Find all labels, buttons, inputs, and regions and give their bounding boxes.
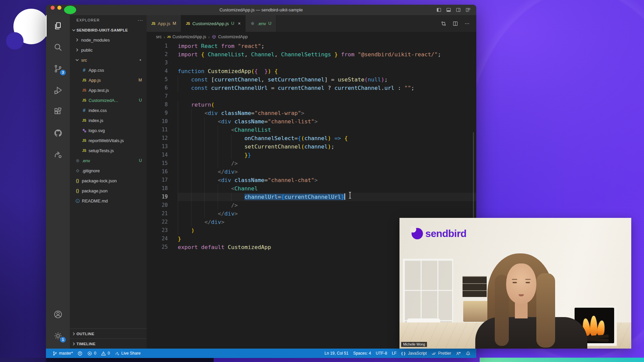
status-item-publish-sync[interactable] [75,349,85,358]
search-icon[interactable] [46,37,70,58]
code-line-3[interactable]: 3 [147,59,476,67]
file-tree-item-app-test-js[interactable]: JSApp.test.js [70,85,147,95]
code-line-6[interactable]: 6const currentChannelUrl = currentChanne… [147,84,476,92]
file-tree-item-index-js[interactable]: JSindex.js [70,115,147,125]
sidebar-panel-outline[interactable]: OUTLINE [70,328,147,339]
breadcrumb-item-src[interactable]: src [156,35,162,39]
status-item-javascript[interactable]: { }JavaScript [399,351,429,356]
code-line-4[interactable]: 4function CustomizedApp({ }) { [147,67,476,75]
file-tree-item-public[interactable]: public [70,45,147,55]
code-line-10[interactable]: 10<div className="channel-list"> [147,117,476,126]
status-item-0[interactable]: 0 [85,349,99,358]
code-line-11[interactable]: 11<ChannelList [147,126,476,134]
files-icon[interactable] [46,15,70,37]
account-icon[interactable] [46,304,70,325]
line-number: 8 [147,101,168,109]
tab--env[interactable]: .envU [246,15,276,32]
code-line-15[interactable]: 15/> [147,159,476,168]
code-line-2[interactable]: 2import { ChannelList, Channel, ChannelS… [147,50,476,59]
code-line-13[interactable]: 13setCurrentChannel(channel); [147,142,476,151]
code-line-17[interactable]: 17<div className="channel-chat"> [147,176,476,184]
code-line-9[interactable]: 9<div className="channel-wrap"> [147,109,476,117]
close-tab-icon[interactable]: × [238,21,240,26]
line-content: </div> [178,209,476,218]
file-tree-item-src[interactable]: src• [70,55,147,65]
layout-sidebar-right-icon[interactable] [455,7,461,13]
extensions-icon[interactable] [46,101,70,122]
code-line-20[interactable]: 20/> [147,201,476,209]
status-item-prettier[interactable]: Prettier [429,351,453,356]
tab-app-js[interactable]: JSApp.jsM [147,15,181,32]
settings-gear-icon[interactable]: 1 [46,325,70,347]
workspace-root-folder[interactable]: SENDBIRD-UIKIT-SAMPLE [70,25,147,35]
file-label: .env [82,158,90,163]
code-token: = [268,85,278,91]
file-tree-item-package-lock-json[interactable]: {}package-lock.json [70,176,147,186]
zoom-window-button[interactable] [64,6,76,14]
breadcrumb-item-customizedapp[interactable]: CustomizedApp [212,35,248,39]
code-line-12[interactable]: 12onChannelSelect={(channel) => { [147,134,476,142]
split-editor-icon[interactable] [452,20,459,27]
file-tree-item-package-json[interactable]: {}package.json [70,186,147,196]
file-tree-item-node-modules[interactable]: node_modules [70,35,147,45]
tab-customizedapp-js[interactable]: JSCustomizedApp.jsU× [181,15,246,32]
code-token: setCurrentChannel [245,143,301,150]
github-icon[interactable] [46,122,70,144]
layout-panel-bottom-icon[interactable] [446,7,451,13]
live-share-icon[interactable] [46,144,70,165]
file-tree-item-logo-svg[interactable]: logo.svg [70,125,147,135]
file-tree-item-index-css[interactable]: #index.css [70,105,147,115]
code-line-7[interactable]: 7 [147,92,476,101]
status-item-bell[interactable] [463,351,473,356]
file-tree-item-customizeda-[interactable]: JSCustomizedA...U [70,95,147,105]
code-line-1[interactable]: 1import React from "react"; [147,42,476,50]
indent-guide [204,209,218,218]
file-tree-item--gitignore[interactable]: .gitignore [70,166,147,176]
file-tree-item-setuptests-js[interactable]: JSsetupTests.js [70,145,147,156]
file-tree-item-app-css[interactable]: #App.css [70,65,147,75]
file-label: .gitignore [82,168,100,173]
more-actions-icon[interactable] [464,20,470,27]
line-number: 10 [147,117,168,126]
status-item-0[interactable]: 0 [99,349,112,358]
title-bar[interactable]: CustomizedApp.js — sendbird-uikit-sample [46,5,476,15]
code-line-5[interactable]: 5const [currentChannel, setCurrentChanne… [147,75,476,84]
close-window-button[interactable] [51,6,55,10]
layout-sidebar-left-icon[interactable] [436,7,442,13]
compare-changes-icon[interactable] [440,20,447,27]
run-debug-icon[interactable] [46,79,70,101]
indent-guide [178,84,191,92]
indent-guide [178,134,191,142]
file-tree-item-reportwebvitals-js[interactable]: JSreportWebVitals.js [70,135,147,145]
person-eyebrow [525,279,531,280]
code-token: = [264,177,268,183]
sidebar-panel-timeline[interactable]: TIMELINE [70,339,147,349]
chevron-right-icon [71,341,76,347]
code-token: { } [255,68,268,74]
indent-guide [231,142,245,151]
code-line-14[interactable]: 14}} [147,151,476,159]
status-item-spaces-4[interactable]: Spaces: 4 [351,351,373,356]
code-line-16[interactable]: 16</div> [147,168,476,176]
status-item-utf-8[interactable]: UTF-8 [373,351,389,356]
status-item-lf[interactable]: LF [389,351,399,356]
file-tree-item-app-js[interactable]: JSApp.jsM [70,75,147,85]
status-item-live-share[interactable]: Live Share [112,349,143,358]
explorer-more-actions-icon[interactable]: ··· [138,17,143,23]
status-item-feedback[interactable] [453,351,463,356]
code-line-19[interactable]: 19channelUrl={currentChannelUrl} [147,193,476,201]
gear-file-icon [250,21,255,26]
layout-customize-icon[interactable] [465,7,471,13]
status-item-ln-19-col-51[interactable]: Ln 19, Col 51 [322,351,351,356]
minimize-window-button[interactable] [57,6,61,10]
indent-guide [231,151,245,159]
source-control-icon[interactable]: 3 [46,58,70,79]
indent-guide [178,226,191,235]
code-line-21[interactable]: 21</div> [147,209,476,218]
file-tree-item--env[interactable]: .envU [70,156,147,166]
code-line-18[interactable]: 18<Channel [147,184,476,193]
file-tree-item-readme-md[interactable]: README.md [70,196,147,206]
breadcrumb-item-customizedapp-js[interactable]: JSCustomizedApp.js [167,35,206,39]
status-item-master-[interactable]: master* [50,349,75,358]
code-line-8[interactable]: 8return( [147,101,476,109]
